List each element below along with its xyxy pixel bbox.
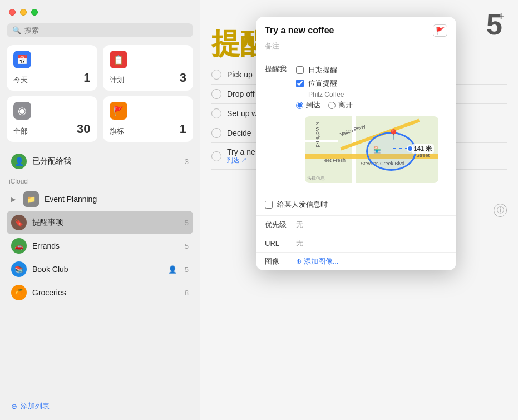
location-name: Philz Coffee: [308, 91, 447, 98]
today-count: 1: [83, 71, 90, 85]
notify-checkbox[interactable]: [265, 201, 273, 209]
add-image-button[interactable]: ⊕ 添加图像...: [296, 256, 338, 266]
assigned-to-me[interactable]: 👤 已分配给我 3: [7, 150, 193, 173]
list-count: 5: [486, 8, 502, 41]
map-copyright: 法律信息: [307, 175, 325, 181]
image-label: 图像: [265, 256, 289, 266]
notify-row: 给某人发信息时: [256, 196, 456, 215]
groceries-count: 8: [185, 289, 189, 297]
url-label: URL: [265, 239, 289, 248]
smart-list-today[interactable]: 📅 今天 1: [7, 45, 97, 91]
location-map: Vallco Pkwy N Wolfe Rd Stevens Creek Blv…: [305, 116, 438, 183]
sidebar-item-groceries[interactable]: 🍊 Groceries 8: [7, 281, 193, 304]
flagged-icon: 🚩: [110, 102, 127, 120]
add-list-button[interactable]: ⊕ 添加列表: [7, 399, 193, 413]
smart-list-scheduled[interactable]: 📋 计划 3: [103, 45, 194, 91]
reminder-text-0: Pick up: [227, 70, 253, 79]
sidebar: 🔍 📅 今天 1 📋 计划 3 ◉ 全部 30: [0, 0, 200, 420]
remind-options: 日期提醒 位置提醒 Philz Coffee 到达: [296, 63, 447, 189]
all-icon: ◉: [13, 102, 31, 120]
reminder-checkbox-4[interactable]: [211, 151, 221, 161]
reminder-text-4: Try a ne: [227, 147, 255, 156]
scheduled-count: 3: [180, 71, 186, 85]
traffic-lights: [9, 9, 193, 16]
sidebar-item-book-club[interactable]: 📚 Book Club 👤 5: [7, 258, 193, 281]
map-background: Vallco Pkwy N Wolfe Rd Stevens Creek Blv…: [305, 116, 438, 183]
info-button[interactable]: ⓘ: [494, 204, 507, 217]
priority-value: 无: [296, 220, 303, 230]
chevron-right-icon: ▶: [11, 196, 16, 203]
event-planning-label: Event Planning: [45, 195, 189, 204]
search-bar[interactable]: 🔍: [7, 23, 193, 37]
reminder-text-3: Decide: [227, 129, 251, 137]
scheduled-icon: 📋: [110, 51, 127, 68]
arrive-label: 到达: [306, 100, 320, 110]
map-store-icon: 🏪: [373, 146, 381, 154]
location-remind-label: 位置提醒: [308, 78, 337, 88]
flag-button[interactable]: 🚩: [433, 24, 447, 37]
main-content: + 提醒事项 5 Pick up Drop off Set up w: [200, 0, 518, 420]
sidebar-item-errands[interactable]: 🚗 Errands 5: [7, 234, 193, 258]
url-value: 无: [296, 238, 303, 248]
date-remind-label: 日期提醒: [308, 65, 337, 75]
location-remind-checkbox[interactable]: [296, 80, 304, 87]
map-road-h-minor: [305, 140, 338, 142]
location-remind-row: 位置提醒: [296, 77, 447, 90]
priority-label: 优先级: [265, 220, 289, 230]
popup-notes[interactable]: 备注: [256, 40, 456, 56]
book-club-icon: 📚: [11, 261, 27, 277]
remind-label: 提醒我: [265, 63, 289, 74]
map-distance-label: 141 米: [412, 144, 434, 154]
assigned-label: 已分配给我: [32, 156, 179, 166]
maximize-button[interactable]: [31, 9, 38, 16]
assigned-count: 3: [185, 157, 189, 166]
icloud-label: iCloud: [9, 177, 191, 185]
reminder-checkbox-2[interactable]: [211, 108, 221, 118]
popup-title: Try a new coffee: [265, 26, 334, 36]
smart-lists: 📅 今天 1 📋 计划 3 ◉ 全部 30 🚩 旗标: [7, 45, 193, 142]
arrive-radio[interactable]: [296, 102, 303, 109]
map-label-wolfe: N Wolfe Rd: [315, 122, 320, 147]
assigned-icon: 👤: [11, 154, 27, 169]
reminder-checkbox-0[interactable]: [211, 70, 221, 80]
image-row: 图像 ⊕ 添加图像...: [256, 252, 456, 270]
minimize-button[interactable]: [20, 9, 27, 16]
map-destination-pin: 📍: [387, 129, 399, 141]
search-icon: 🔍: [12, 26, 21, 34]
notify-label: 给某人发信息时: [277, 200, 328, 210]
sidebar-item-event-planning[interactable]: ▶ 📁 Event Planning: [7, 187, 193, 211]
smart-list-all[interactable]: ◉ 全部 30: [7, 96, 97, 142]
reminder-checkbox-1[interactable]: [211, 89, 221, 99]
flagged-label: 旗标: [110, 126, 124, 136]
scheduled-label: 计划: [110, 75, 124, 85]
reminder-detail-popup: Try a new coffee 🚩 备注 提醒我 日期提醒 位置提醒 Phil…: [256, 17, 456, 270]
arrive-leave-row: 到达 离开: [296, 98, 447, 112]
groceries-label: Groceries: [32, 288, 179, 297]
reminders-label: 提醒事项: [32, 218, 179, 228]
reminder-checkbox-3[interactable]: [211, 128, 221, 138]
errands-count: 5: [185, 242, 189, 250]
plus-icon: ⊕: [11, 402, 17, 411]
smart-list-flagged[interactable]: 🚩 旗标 1: [103, 96, 194, 142]
errands-icon: 🚗: [11, 238, 27, 254]
book-club-shared-icon: 👤: [168, 265, 177, 274]
date-remind-checkbox[interactable]: [296, 66, 304, 74]
leave-radio[interactable]: [328, 102, 336, 109]
date-remind-row: 日期提醒: [296, 63, 447, 77]
reminders-count: 5: [185, 219, 189, 227]
all-label: 全部: [13, 126, 28, 136]
popup-remind-section: 提醒我 日期提醒 位置提醒 Philz Coffee 到达: [256, 56, 456, 196]
reminders-icon: 🔖: [11, 215, 27, 230]
today-label: 今天: [13, 75, 28, 85]
reminder-text-2: Set up w: [227, 109, 257, 118]
remind-me-row: 提醒我 日期提醒 位置提醒 Philz Coffee 到达: [265, 61, 447, 191]
sidebar-item-reminders[interactable]: 🔖 提醒事项 5: [7, 211, 193, 234]
popup-header: Try a new coffee 🚩: [256, 17, 456, 40]
leave-option[interactable]: 离开: [328, 100, 353, 110]
url-row: URL 无: [256, 234, 456, 252]
arrive-option[interactable]: 到达: [296, 100, 320, 110]
reminder-text-1: Drop off: [227, 90, 255, 98]
add-list-label: 添加列表: [21, 401, 50, 411]
close-button[interactable]: [9, 9, 16, 16]
search-input[interactable]: [24, 26, 188, 34]
